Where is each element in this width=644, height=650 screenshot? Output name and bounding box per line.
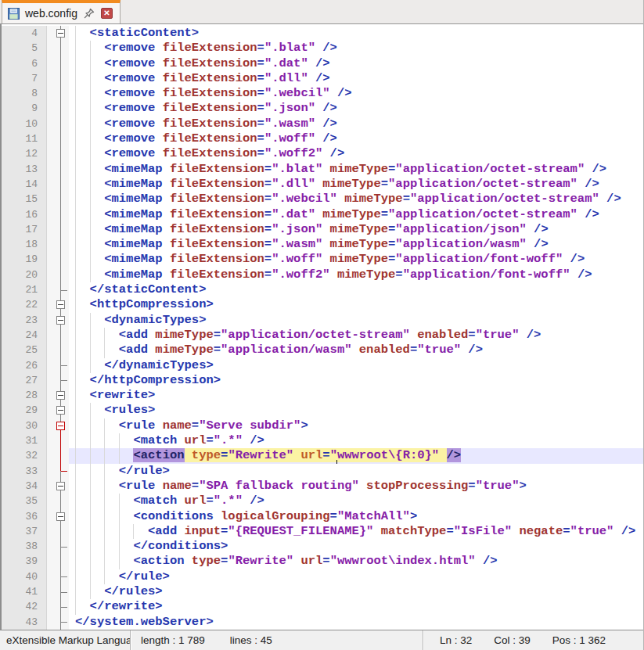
code-line-content[interactable]: <add mimeType="application/wasm" enabled… xyxy=(69,343,643,357)
code-line-content[interactable]: </rules> xyxy=(69,584,643,599)
current-code-line-content[interactable]: <action type="Rewrite" url="wwwroot\{R:0… xyxy=(69,448,643,463)
line-number: 25 xyxy=(2,343,47,357)
code-line[interactable]: 41 </rules> xyxy=(2,584,643,599)
code-line-content[interactable]: <remove fileExtension=".dll" /> xyxy=(69,71,643,86)
pin-icon[interactable] xyxy=(83,7,95,20)
code-line[interactable]: 22 <httpCompression> xyxy=(2,297,643,312)
tab-web-config[interactable]: web.config ✕ xyxy=(2,0,121,23)
code-line[interactable]: 15 <mimeMap fileExtension=".webcil" mime… xyxy=(2,192,643,206)
code-line[interactable]: 34 <rule name="SPA fallback routing" sto… xyxy=(2,479,643,494)
code-line-content[interactable]: </staticContent> xyxy=(69,282,643,297)
code-line-content[interactable]: <conditions logicalGrouping="MatchAll"> xyxy=(69,509,643,524)
code-line-content[interactable]: <match url=".*" /> xyxy=(69,494,643,508)
code-line-content[interactable]: </conditions> xyxy=(69,539,643,554)
code-line[interactable]: 39 <action type="Rewrite" url="wwwroot\i… xyxy=(2,554,643,569)
code-line[interactable]: 16 <mimeMap fileExtension=".dat" mimeTyp… xyxy=(2,207,643,222)
code-line-content[interactable]: <rule name="SPA fallback routing" stopPr… xyxy=(69,479,643,494)
fold-margin[interactable] xyxy=(47,403,69,418)
close-icon[interactable]: ✕ xyxy=(101,8,113,19)
code-line[interactable]: 18 <mimeMap fileExtension=".wasm" mimeTy… xyxy=(2,237,643,252)
code-line[interactable]: 17 <mimeMap fileExtension=".json" mimeTy… xyxy=(2,222,643,237)
code-line-content[interactable]: <add input="{REQUEST_FILENAME}" matchTyp… xyxy=(69,524,643,539)
code-line[interactable]: 33 </rule> xyxy=(2,464,643,479)
code-line[interactable]: 40 </rule> xyxy=(2,569,643,584)
code-line[interactable]: 38 </conditions> xyxy=(2,539,643,554)
code-line-content[interactable]: <mimeMap fileExtension=".json" mimeType=… xyxy=(69,222,643,237)
code-line[interactable]: 29 <rules> xyxy=(2,403,643,418)
fold-margin xyxy=(47,328,69,343)
code-line[interactable]: 8 <remove fileExtension=".webcil" /> xyxy=(2,86,643,101)
editor[interactable]: 4 <staticContent>5 <remove fileExtension… xyxy=(0,24,643,630)
line-number: 33 xyxy=(2,464,47,479)
code-line[interactable]: 4 <staticContent> xyxy=(2,26,643,41)
code-line[interactable]: 21 </staticContent> xyxy=(2,282,643,297)
code-line-content[interactable]: <mimeMap fileExtension=".blat" mimeType=… xyxy=(69,162,643,177)
code-line-content[interactable]: </system.webServer> xyxy=(69,615,643,630)
code-line[interactable]: 30 <rule name="Serve subdir"> xyxy=(2,418,643,433)
code-line[interactable]: 11 <remove fileExtension=".woff" /> xyxy=(2,131,643,146)
code-line-content[interactable]: </rewrite> xyxy=(69,599,643,614)
code-line[interactable]: 37 <add input="{REQUEST_FILENAME}" match… xyxy=(2,524,643,539)
code-line[interactable]: 24 <add mimeType="application/octet-stre… xyxy=(2,328,643,343)
fold-margin[interactable] xyxy=(47,26,69,41)
code-line[interactable]: 43</system.webServer> xyxy=(2,615,643,630)
code-line[interactable]: 31 <match url=".*" /> xyxy=(2,433,643,448)
code-line-content[interactable]: </httpCompression> xyxy=(69,373,643,388)
code-line-content[interactable]: <httpCompression> xyxy=(69,297,643,312)
code-line-content[interactable]: <rules> xyxy=(69,403,643,418)
status-lines: lines : 45 xyxy=(230,634,272,646)
code-line[interactable]: 25 <add mimeType="application/wasm" enab… xyxy=(2,343,643,357)
code-line[interactable]: 23 <dynamicTypes> xyxy=(2,313,643,328)
code-line[interactable]: 35 <match url=".*" /> xyxy=(2,494,643,508)
code-line-content[interactable]: <remove fileExtension=".wasm" /> xyxy=(69,117,643,131)
code-line[interactable]: 6 <remove fileExtension=".dat" /> xyxy=(2,56,643,71)
fold-margin[interactable] xyxy=(47,479,69,494)
code-line[interactable]: 10 <remove fileExtension=".wasm" /> xyxy=(2,117,643,131)
code-line[interactable]: 32 <action type="Rewrite" url="wwwroot\{… xyxy=(2,448,643,463)
code-line-content[interactable]: <mimeMap fileExtension=".dat" mimeType="… xyxy=(69,207,643,222)
fold-margin[interactable] xyxy=(47,297,69,312)
code-line-content[interactable]: <remove fileExtension=".dat" /> xyxy=(69,56,643,71)
line-number: 42 xyxy=(2,599,47,614)
code-line-content[interactable]: <mimeMap fileExtension=".webcil" mimeTyp… xyxy=(69,192,643,206)
code-line-content[interactable]: <remove fileExtension=".webcil" /> xyxy=(69,86,643,101)
code-line-content[interactable]: </dynamicTypes> xyxy=(69,358,643,373)
code-line-content[interactable]: <remove fileExtension=".blat" /> xyxy=(69,41,643,56)
fold-margin[interactable] xyxy=(47,418,69,433)
code-line-content[interactable]: </rule> xyxy=(69,569,643,584)
code-line-content[interactable]: <remove fileExtension=".woff" /> xyxy=(69,131,643,146)
code-line-content[interactable]: <remove fileExtension=".json" /> xyxy=(69,101,643,116)
code-line[interactable]: 14 <mimeMap fileExtension=".dll" mimeTyp… xyxy=(2,177,643,192)
line-number: 41 xyxy=(2,584,47,599)
code-line[interactable]: 36 <conditions logicalGrouping="MatchAll… xyxy=(2,509,643,524)
code-line[interactable]: 5 <remove fileExtension=".blat" /> xyxy=(2,41,643,56)
code-line[interactable]: 28 <rewrite> xyxy=(2,388,643,403)
code-line[interactable]: 42 </rewrite> xyxy=(2,599,643,614)
code-line[interactable]: 12 <remove fileExtension=".woff2" /> xyxy=(2,146,643,161)
fold-margin[interactable] xyxy=(47,509,69,524)
code-line-content[interactable]: </rule> xyxy=(69,464,643,479)
code-line-content[interactable]: <mimeMap fileExtension=".dll" mimeType="… xyxy=(69,177,643,192)
code-line-content[interactable]: <rule name="Serve subdir"> xyxy=(69,418,643,433)
code-area[interactable]: 4 <staticContent>5 <remove fileExtension… xyxy=(2,26,643,630)
code-line-content[interactable]: <staticContent> xyxy=(69,26,643,41)
code-line[interactable]: 13 <mimeMap fileExtension=".blat" mimeTy… xyxy=(2,162,643,177)
code-line-content[interactable]: <rewrite> xyxy=(69,388,643,403)
fold-margin[interactable] xyxy=(47,388,69,403)
code-line-content[interactable]: <mimeMap fileExtension=".wasm" mimeType=… xyxy=(69,237,643,252)
code-line[interactable]: 9 <remove fileExtension=".json" /> xyxy=(2,101,643,116)
code-line[interactable]: 27 </httpCompression> xyxy=(2,373,643,388)
fold-margin[interactable] xyxy=(47,313,69,328)
code-line-content[interactable]: <dynamicTypes> xyxy=(69,313,643,328)
code-line[interactable]: 19 <mimeMap fileExtension=".woff" mimeTy… xyxy=(2,252,643,267)
code-line-content[interactable]: <remove fileExtension=".woff2" /> xyxy=(69,146,643,161)
code-line-content[interactable]: <match url=".*" /> xyxy=(69,433,643,448)
code-line-content[interactable]: <add mimeType="application/octet-stream"… xyxy=(69,328,643,343)
fold-margin xyxy=(47,252,69,267)
code-line-content[interactable]: <mimeMap fileExtension=".woff" mimeType=… xyxy=(69,252,643,267)
code-line[interactable]: 20 <mimeMap fileExtension=".woff2" mimeT… xyxy=(2,268,643,282)
code-line[interactable]: 7 <remove fileExtension=".dll" /> xyxy=(2,71,643,86)
code-line-content[interactable]: <action type="Rewrite" url="wwwroot\inde… xyxy=(69,554,643,569)
code-line[interactable]: 26 </dynamicTypes> xyxy=(2,358,643,373)
code-line-content[interactable]: <mimeMap fileExtension=".woff2" mimeType… xyxy=(69,268,643,282)
